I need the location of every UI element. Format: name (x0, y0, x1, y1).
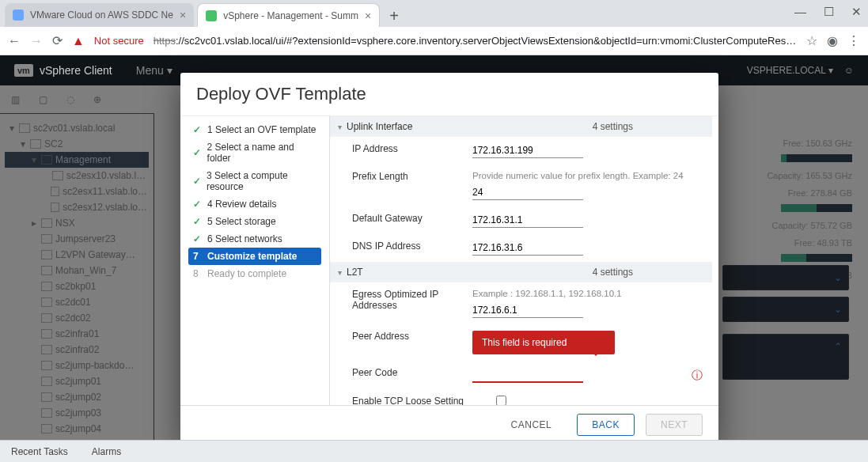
section-uplink-interface[interactable]: ▾ Uplink Interface 4 settings (330, 116, 712, 137)
sso-user[interactable]: VSPHERE.LOCAL ▾ (747, 65, 833, 76)
window-controls: — ☐ ✕ (794, 5, 862, 19)
validation-error-tooltip: This field is required (472, 331, 615, 354)
section-title: L2T (347, 267, 363, 278)
prefix-length-input[interactable] (472, 185, 583, 200)
next-button: NEXT (646, 414, 703, 436)
security-status[interactable]: Not secure (94, 35, 144, 47)
brand-title: vSphere Client (40, 64, 112, 77)
ip-address-input[interactable] (472, 143, 583, 158)
prefix-hint: Provide numeric value for prefix length.… (472, 171, 704, 180)
cancel-button[interactable]: CANCEL (497, 415, 567, 435)
close-icon[interactable]: × (358, 9, 371, 22)
default-gateway-label: Default Gateway (352, 213, 463, 228)
prefix-length-label: Prefix Length (352, 171, 463, 200)
chevron-down-icon: ▾ (338, 268, 342, 277)
peer-code-input[interactable] (472, 367, 583, 383)
chevron-down-icon: ▾ (338, 123, 342, 131)
wizard-step-2[interactable]: 2 Select a name and folder (188, 138, 321, 167)
error-icon: ⓘ (692, 369, 703, 383)
close-icon[interactable]: × (173, 9, 186, 21)
wizard-step-5[interactable]: 5 Select storage (188, 213, 321, 230)
tcp-loose-checkbox[interactable] (496, 396, 506, 405)
alarms-tab[interactable]: Alarms (92, 446, 121, 457)
reload-button[interactable]: ⟳ (52, 33, 63, 48)
profile-icon[interactable]: ◉ (827, 33, 838, 48)
vmware-logo: vm (14, 64, 33, 77)
favicon (206, 10, 217, 21)
back-button[interactable]: ← (8, 34, 21, 48)
minimize-button[interactable]: — (794, 5, 806, 19)
tab-title: vSphere - Management - Summ (223, 10, 358, 21)
url-scheme: https (154, 35, 176, 47)
back-button[interactable]: BACK (577, 414, 635, 436)
bottom-panel-tabs: Recent Tasks Alarms (0, 440, 868, 462)
section-count: 4 settings (593, 121, 633, 132)
egress-ip-input[interactable] (472, 303, 583, 318)
default-gateway-input[interactable] (472, 213, 583, 228)
new-tab-button[interactable]: + (383, 5, 405, 27)
dns-ip-label: DNS IP Address (352, 240, 463, 256)
modal-title: Deploy OVF Template (180, 73, 718, 116)
wizard-step-4[interactable]: 4 Review details (188, 195, 321, 213)
section-l2t[interactable]: ▾ L2T 4 settings (330, 262, 712, 282)
wizard-step-6[interactable]: 6 Select networks (188, 230, 321, 248)
close-window-button[interactable]: ✕ (851, 5, 862, 19)
section-title: Uplink Interface (347, 121, 412, 132)
egress-ip-label: Egress Optimized IP Addresses (352, 289, 463, 318)
feedback-icon[interactable]: ☺ (844, 65, 854, 76)
deploy-ovf-modal: Deploy OVF Template 1 Select an OVF temp… (180, 73, 718, 443)
section-count: 4 settings (593, 267, 633, 278)
ip-address-label: IP Address (352, 143, 463, 158)
address-bar: ← → ⟳ ▲ Not secure https://sc2vc01.vslab… (0, 27, 868, 55)
url-path: ://sc2vc01.vslab.local/ui/#?extensionId=… (176, 35, 797, 47)
recent-tasks-tab[interactable]: Recent Tasks (11, 446, 68, 457)
bookmark-star-icon[interactable]: ☆ (806, 33, 817, 48)
wizard-step-7-current[interactable]: Customize template (188, 248, 321, 265)
customize-template-form[interactable]: ▾ Uplink Interface 4 settings IP Address… (329, 116, 718, 405)
tcp-loose-label: Enable TCP Loose Setting (352, 396, 487, 405)
browser-tab-1[interactable]: VMware Cloud on AWS SDDC Ne × (5, 3, 194, 27)
dns-ip-input[interactable] (472, 240, 583, 256)
maximize-button[interactable]: ☐ (824, 5, 834, 19)
peer-code-label: Peer Code (352, 367, 463, 383)
browser-tab-2-active[interactable]: vSphere - Management - Summ × (197, 3, 380, 27)
warning-icon: ▲ (72, 34, 85, 48)
tab-title: VMware Cloud on AWS SDDC Ne (30, 9, 173, 21)
browser-tab-strip: VMware Cloud on AWS SDDC Ne × vSphere - … (0, 0, 868, 27)
egress-hint: Example : 192.168.1.1, 192.168.10.1 (472, 289, 704, 298)
peer-address-label: Peer Address (352, 331, 463, 342)
url-field[interactable]: https://sc2vc01.vslab.local/ui/#?extensi… (154, 35, 797, 47)
wizard-step-3[interactable]: 3 Select a compute resource (188, 167, 321, 195)
forward-button: → (30, 34, 43, 48)
favicon (13, 9, 24, 21)
wizard-steps: 1 Select an OVF template 2 Select a name… (180, 116, 329, 405)
modal-footer: CANCEL BACK NEXT (180, 405, 718, 443)
menu-dropdown[interactable]: Menu ▾ (136, 64, 172, 77)
chrome-menu-icon[interactable]: ⋮ (847, 33, 860, 48)
wizard-step-8: Ready to complete (188, 265, 321, 282)
wizard-step-1[interactable]: 1 Select an OVF template (188, 121, 321, 138)
